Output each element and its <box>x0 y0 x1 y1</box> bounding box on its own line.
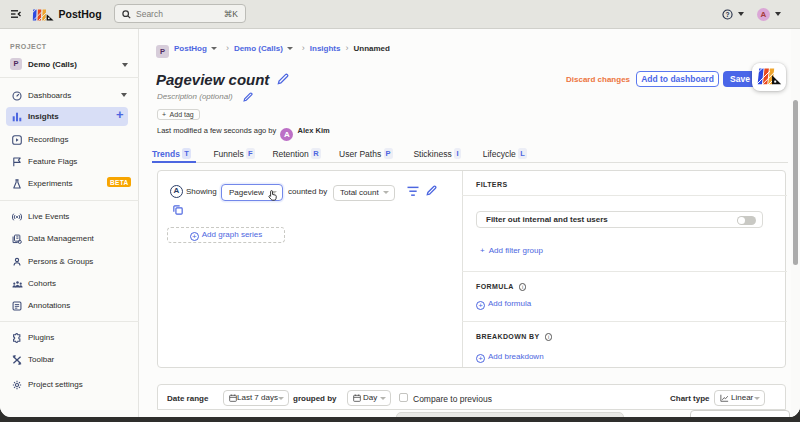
svg-text:?: ? <box>725 11 729 18</box>
